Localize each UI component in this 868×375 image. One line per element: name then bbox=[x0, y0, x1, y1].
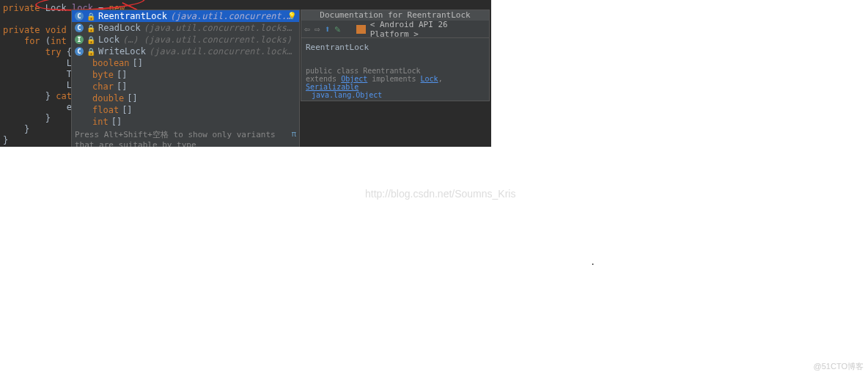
primitive-type: byte bbox=[75, 70, 114, 80]
brackets: [] bbox=[127, 93, 137, 103]
suggestion-item[interactable]: char[] bbox=[72, 81, 299, 92]
suggestion-package: (java.util.concurrent.locks) bbox=[170, 11, 296, 21]
brackets: [] bbox=[111, 117, 122, 127]
watermark: http://blog.csdn.net/Soumns_Kris bbox=[365, 188, 515, 200]
footer-watermark: @51CTO博客 bbox=[814, 361, 864, 372]
keyword: int bbox=[51, 36, 67, 46]
doc-classname: ReentrantLock bbox=[306, 43, 485, 52]
doc-link-lock[interactable]: Lock bbox=[421, 75, 438, 83]
doc-declaration: public class ReentrantLock extends Objec… bbox=[306, 67, 485, 99]
doc-link-serializable[interactable]: Serializable bbox=[306, 83, 358, 91]
lock-icon: 🔒 bbox=[87, 36, 95, 44]
brackets: [] bbox=[122, 105, 132, 115]
suggestion-package: (java.util.concurrent.locks.ReentrantRea… bbox=[149, 46, 296, 57]
primitive-type: float bbox=[75, 105, 119, 115]
suggestion-item[interactable]: I🔒Lock (…) (java.util.concurrent.locks) bbox=[72, 34, 299, 45]
documentation-panel: Documentation for ReentrantLock ⇦ ⇨ ⬆ ✎ … bbox=[301, 10, 490, 101]
class-icon: C bbox=[75, 47, 84, 56]
doc-link-object[interactable]: Object bbox=[341, 75, 367, 83]
suggestion-item[interactable]: boolean[] bbox=[72, 57, 299, 69]
class-icon: C bbox=[75, 23, 84, 32]
doc-toolbar: ⇦ ⇨ ⬆ ✎ < Android API 26 Platform > bbox=[301, 21, 489, 38]
keyword: for bbox=[24, 36, 40, 46]
doc-body: ReentrantLock public class ReentrantLock… bbox=[301, 38, 489, 101]
primitive-type: char bbox=[75, 81, 114, 92]
suggestion-name: WriteLock bbox=[98, 46, 146, 57]
class-icon: C bbox=[75, 12, 84, 21]
suggestion-item[interactable]: C🔒WriteLock (java.util.concurrent.locks.… bbox=[72, 45, 299, 57]
suggestion-item[interactable]: int[] bbox=[72, 116, 299, 128]
bulb-icon[interactable]: 💡 bbox=[287, 12, 296, 20]
doc-type-icon bbox=[356, 25, 365, 34]
hint-bar: Press Alt+Shift+空格 to show only variants… bbox=[72, 128, 299, 147]
primitive-type: double bbox=[75, 93, 124, 103]
keyword: void bbox=[45, 25, 67, 35]
lock-icon: 🔒 bbox=[87, 48, 95, 56]
hint-text: Press Alt+Shift+空格 to show only variants… bbox=[75, 129, 291, 147]
keyword: try bbox=[45, 47, 62, 57]
suggestion-item[interactable]: float[] bbox=[72, 104, 299, 116]
suggestion-name: ReentrantLock bbox=[98, 11, 167, 21]
brackets: [] bbox=[117, 81, 127, 92]
type: Lock bbox=[45, 3, 67, 13]
suggestion-name: Lock bbox=[98, 34, 119, 45]
edit-icon[interactable]: ✎ bbox=[334, 23, 340, 34]
keyword: private bbox=[3, 3, 40, 13]
suggestion-item[interactable]: byte[] bbox=[72, 69, 299, 81]
primitive-type: int bbox=[75, 117, 108, 127]
class-icon: I bbox=[75, 35, 84, 44]
up-icon[interactable]: ⬆ bbox=[325, 23, 331, 34]
lock-icon: 🔒 bbox=[87, 24, 95, 32]
forward-icon[interactable]: ⇨ bbox=[315, 23, 320, 34]
suggestion-item[interactable]: C🔒ReentrantLock (java.util.concurrent.lo… bbox=[72, 10, 299, 22]
suggestion-item[interactable]: double[] bbox=[72, 92, 299, 104]
suggestion-item[interactable]: C🔒ReadLock (java.util.concurrent.locks.R… bbox=[72, 22, 299, 34]
back-icon[interactable]: ⇦ bbox=[304, 23, 310, 34]
primitive-type: boolean bbox=[75, 58, 130, 68]
api-label: < Android API 26 Platform > bbox=[370, 20, 486, 39]
suggestion-name: ReadLock bbox=[98, 23, 141, 33]
brackets: [] bbox=[117, 70, 127, 80]
keyword: private bbox=[3, 25, 40, 35]
suggestion-package: (…) (java.util.concurrent.locks) bbox=[122, 34, 292, 45]
ide-editor: private Lock lock = new private void wri… bbox=[0, 0, 491, 147]
lock-icon: 🔒 bbox=[87, 12, 95, 21]
brackets: [] bbox=[133, 58, 143, 68]
dot: . bbox=[590, 257, 595, 267]
suggestion-package: (java.util.concurrent.locks.ReentrantRea… bbox=[144, 23, 296, 33]
autocomplete-popup: 💡 C🔒ReentrantLock (java.util.concurrent.… bbox=[71, 10, 300, 147]
pi-icon[interactable]: π bbox=[291, 129, 296, 147]
